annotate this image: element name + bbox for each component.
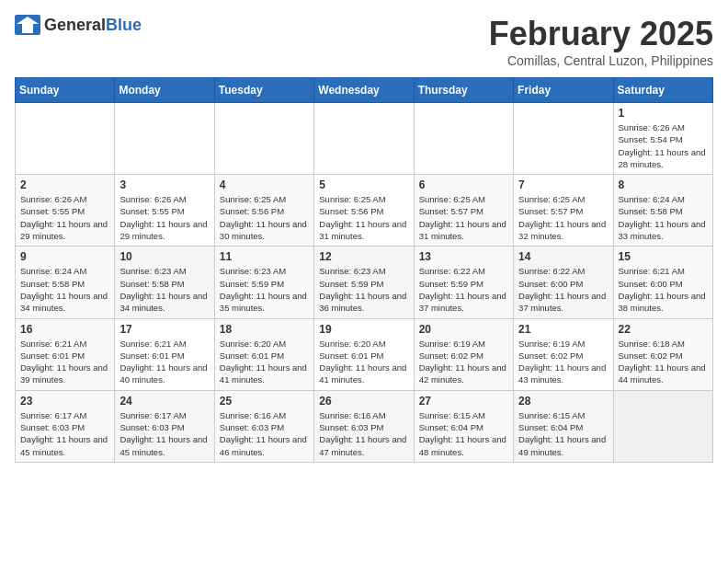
day-info: Sunrise: 6:24 AMSunset: 5:58 PMDaylight:… bbox=[20, 265, 109, 314]
weekday-header-friday: Friday bbox=[514, 78, 613, 103]
weekday-header-wednesday: Wednesday bbox=[314, 78, 414, 103]
weekday-header-tuesday: Tuesday bbox=[214, 78, 313, 103]
weekday-header-row: SundayMondayTuesdayWednesdayThursdayFrid… bbox=[16, 78, 713, 103]
day-info: Sunrise: 6:21 AMSunset: 6:01 PMDaylight:… bbox=[119, 338, 209, 386]
day-info: Sunrise: 6:17 AMSunset: 6:03 PMDaylight:… bbox=[119, 409, 209, 458]
day-number: 15 bbox=[619, 250, 708, 263]
logo: GeneralBlue bbox=[15, 15, 142, 35]
day-info: Sunrise: 6:25 AMSunset: 5:57 PMDaylight:… bbox=[518, 193, 608, 242]
day-info: Sunrise: 6:22 AMSunset: 5:59 PMDaylight:… bbox=[419, 265, 508, 314]
calendar-cell: 22Sunrise: 6:18 AMSunset: 6:02 PMDayligh… bbox=[613, 318, 712, 390]
day-info: Sunrise: 6:15 AMSunset: 6:04 PMDaylight:… bbox=[419, 409, 508, 458]
day-number: 4 bbox=[220, 178, 309, 191]
calendar-cell bbox=[16, 103, 115, 175]
calendar-cell bbox=[314, 103, 414, 175]
calendar-cell: 7Sunrise: 6:25 AMSunset: 5:57 PMDaylight… bbox=[514, 175, 613, 247]
day-info: Sunrise: 6:25 AMSunset: 5:56 PMDaylight:… bbox=[319, 193, 408, 242]
day-info: Sunrise: 6:16 AMSunset: 6:03 PMDaylight:… bbox=[220, 409, 309, 458]
week-row-4: 16Sunrise: 6:21 AMSunset: 6:01 PMDayligh… bbox=[16, 318, 713, 390]
day-number: 22 bbox=[619, 323, 708, 336]
day-number: 28 bbox=[518, 395, 608, 408]
calendar-cell bbox=[115, 103, 214, 175]
day-info: Sunrise: 6:19 AMSunset: 6:02 PMDaylight:… bbox=[419, 338, 508, 386]
day-info: Sunrise: 6:18 AMSunset: 6:02 PMDaylight:… bbox=[619, 338, 708, 386]
calendar-cell: 27Sunrise: 6:15 AMSunset: 6:04 PMDayligh… bbox=[414, 390, 513, 462]
day-number: 10 bbox=[119, 250, 209, 263]
calendar-cell: 4Sunrise: 6:25 AMSunset: 5:56 PMDaylight… bbox=[214, 175, 313, 247]
calendar-cell: 13Sunrise: 6:22 AMSunset: 5:59 PMDayligh… bbox=[414, 247, 513, 318]
calendar-cell: 6Sunrise: 6:25 AMSunset: 5:57 PMDaylight… bbox=[414, 175, 513, 247]
calendar-table: SundayMondayTuesdayWednesdayThursdayFrid… bbox=[15, 77, 713, 463]
logo-icon bbox=[15, 15, 40, 35]
day-info: Sunrise: 6:23 AMSunset: 5:59 PMDaylight:… bbox=[220, 265, 309, 314]
day-info: Sunrise: 6:22 AMSunset: 6:00 PMDaylight:… bbox=[518, 265, 608, 314]
calendar-cell: 25Sunrise: 6:16 AMSunset: 6:03 PMDayligh… bbox=[214, 390, 313, 462]
calendar-cell bbox=[613, 390, 712, 462]
day-info: Sunrise: 6:20 AMSunset: 6:01 PMDaylight:… bbox=[220, 338, 309, 386]
week-row-1: 1Sunrise: 6:26 AMSunset: 5:54 PMDaylight… bbox=[16, 103, 713, 175]
calendar-cell: 18Sunrise: 6:20 AMSunset: 6:01 PMDayligh… bbox=[214, 318, 313, 390]
day-number: 25 bbox=[220, 395, 309, 408]
logo-blue-text: Blue bbox=[106, 16, 142, 34]
day-number: 13 bbox=[419, 250, 508, 263]
calendar-cell: 2Sunrise: 6:26 AMSunset: 5:55 PMDaylight… bbox=[16, 175, 115, 247]
calendar-cell bbox=[414, 103, 513, 175]
weekday-header-sunday: Sunday bbox=[16, 78, 115, 103]
day-number: 7 bbox=[518, 178, 608, 191]
title-block: February 2025 Comillas, Central Luzon, P… bbox=[489, 15, 713, 68]
calendar-cell: 3Sunrise: 6:26 AMSunset: 5:55 PMDaylight… bbox=[115, 175, 214, 247]
day-number: 18 bbox=[220, 323, 309, 336]
day-info: Sunrise: 6:15 AMSunset: 6:04 PMDaylight:… bbox=[518, 409, 608, 458]
day-number: 9 bbox=[20, 250, 109, 263]
day-number: 3 bbox=[119, 178, 209, 191]
calendar-cell: 21Sunrise: 6:19 AMSunset: 6:02 PMDayligh… bbox=[514, 318, 613, 390]
calendar-cell: 1Sunrise: 6:26 AMSunset: 5:54 PMDaylight… bbox=[613, 103, 712, 175]
day-info: Sunrise: 6:23 AMSunset: 5:58 PMDaylight:… bbox=[119, 265, 209, 314]
calendar-cell: 19Sunrise: 6:20 AMSunset: 6:01 PMDayligh… bbox=[314, 318, 414, 390]
day-info: Sunrise: 6:23 AMSunset: 5:59 PMDaylight:… bbox=[319, 265, 408, 314]
calendar-cell: 20Sunrise: 6:19 AMSunset: 6:02 PMDayligh… bbox=[414, 318, 513, 390]
calendar-cell bbox=[514, 103, 613, 175]
calendar-cell: 26Sunrise: 6:16 AMSunset: 6:03 PMDayligh… bbox=[314, 390, 414, 462]
day-info: Sunrise: 6:21 AMSunset: 6:00 PMDaylight:… bbox=[619, 265, 708, 314]
calendar-cell: 11Sunrise: 6:23 AMSunset: 5:59 PMDayligh… bbox=[214, 247, 313, 318]
day-info: Sunrise: 6:21 AMSunset: 6:01 PMDaylight:… bbox=[20, 338, 109, 386]
month-year-title: February 2025 bbox=[489, 15, 713, 53]
day-number: 14 bbox=[518, 250, 608, 263]
day-number: 17 bbox=[119, 323, 209, 336]
day-number: 2 bbox=[20, 178, 109, 191]
day-number: 6 bbox=[419, 178, 508, 191]
day-number: 24 bbox=[119, 395, 209, 408]
day-info: Sunrise: 6:26 AMSunset: 5:54 PMDaylight:… bbox=[619, 121, 708, 170]
page-header: GeneralBlue February 2025 Comillas, Cent… bbox=[15, 15, 713, 68]
day-number: 26 bbox=[319, 395, 408, 408]
day-number: 1 bbox=[619, 107, 708, 120]
weekday-header-monday: Monday bbox=[115, 78, 214, 103]
day-info: Sunrise: 6:19 AMSunset: 6:02 PMDaylight:… bbox=[518, 338, 608, 386]
calendar-cell: 12Sunrise: 6:23 AMSunset: 5:59 PMDayligh… bbox=[314, 247, 414, 318]
calendar-cell bbox=[214, 103, 313, 175]
day-info: Sunrise: 6:17 AMSunset: 6:03 PMDaylight:… bbox=[20, 409, 109, 458]
day-number: 16 bbox=[20, 323, 109, 336]
day-number: 11 bbox=[220, 250, 309, 263]
day-info: Sunrise: 6:20 AMSunset: 6:01 PMDaylight:… bbox=[319, 338, 408, 386]
week-row-3: 9Sunrise: 6:24 AMSunset: 5:58 PMDaylight… bbox=[16, 247, 713, 318]
day-info: Sunrise: 6:25 AMSunset: 5:56 PMDaylight:… bbox=[220, 193, 309, 242]
day-number: 20 bbox=[419, 323, 508, 336]
day-number: 19 bbox=[319, 323, 408, 336]
weekday-header-thursday: Thursday bbox=[414, 78, 513, 103]
logo-general-text: General bbox=[44, 16, 106, 34]
calendar-cell: 17Sunrise: 6:21 AMSunset: 6:01 PMDayligh… bbox=[115, 318, 214, 390]
day-number: 27 bbox=[419, 395, 508, 408]
calendar-cell: 9Sunrise: 6:24 AMSunset: 5:58 PMDaylight… bbox=[16, 247, 115, 318]
day-number: 21 bbox=[518, 323, 608, 336]
calendar-cell: 5Sunrise: 6:25 AMSunset: 5:56 PMDaylight… bbox=[314, 175, 414, 247]
calendar-cell: 14Sunrise: 6:22 AMSunset: 6:00 PMDayligh… bbox=[514, 247, 613, 318]
week-row-5: 23Sunrise: 6:17 AMSunset: 6:03 PMDayligh… bbox=[16, 390, 713, 462]
calendar-cell: 28Sunrise: 6:15 AMSunset: 6:04 PMDayligh… bbox=[514, 390, 613, 462]
day-number: 5 bbox=[319, 178, 408, 191]
location-subtitle: Comillas, Central Luzon, Philippines bbox=[489, 53, 713, 68]
day-info: Sunrise: 6:16 AMSunset: 6:03 PMDaylight:… bbox=[319, 409, 408, 458]
week-row-2: 2Sunrise: 6:26 AMSunset: 5:55 PMDaylight… bbox=[16, 175, 713, 247]
day-number: 23 bbox=[20, 395, 109, 408]
